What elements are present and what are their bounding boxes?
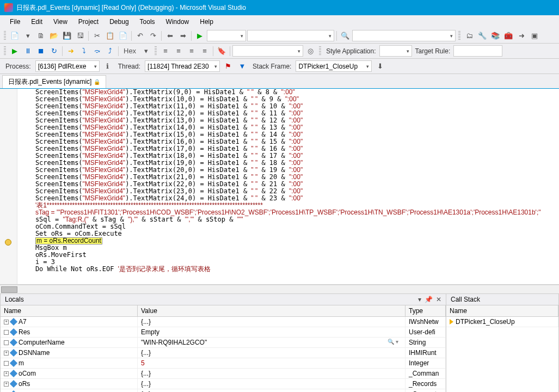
table-row[interactable]: ResEmptyUser-defi <box>1 327 446 338</box>
toolbox-button[interactable]: 🧰 <box>502 30 514 42</box>
stack-down-button[interactable]: ⬇ <box>374 60 386 72</box>
expander-icon[interactable]: + <box>4 351 9 356</box>
bookmark-button[interactable]: 🔖 <box>216 45 228 57</box>
table-row[interactable]: +A7{...}IWshNetw <box>1 317 446 327</box>
expander-icon[interactable]: + <box>4 371 9 376</box>
other-windows-button[interactable]: ▣ <box>529 30 540 42</box>
solution-explorer-button[interactable]: 🗂 <box>463 30 475 42</box>
dropdown-icon[interactable]: ▾ <box>418 296 421 303</box>
col-value[interactable]: Value <box>138 305 406 316</box>
break-all-button[interactable]: ⏸ <box>22 45 34 57</box>
table-row[interactable]: +oRs{...}_Records <box>1 379 446 389</box>
nav-back-button[interactable]: ⬅ <box>164 30 176 42</box>
cut-button[interactable]: ✂ <box>91 30 103 42</box>
find-button[interactable]: 🔍 <box>339 30 351 42</box>
expander-icon[interactable] <box>4 361 9 366</box>
show-next-stmt-button[interactable]: ➜ <box>65 45 77 57</box>
magnifier-icon[interactable]: 🔍 ▾ <box>388 339 402 346</box>
copy-button[interactable]: 📋 <box>104 30 116 42</box>
menu-edit[interactable]: Edit <box>26 16 48 28</box>
hex-button[interactable]: Hex <box>121 45 139 57</box>
doctype-combo[interactable]: ▾ <box>232 45 303 57</box>
menu-view[interactable]: View <box>48 16 73 28</box>
table-row[interactable]: ComputerName"WIN-RQ9IHAL2GCO"🔍 ▾String <box>1 338 446 348</box>
indent-button[interactable]: ≡ <box>173 45 185 57</box>
var-name: DSNName <box>19 349 50 357</box>
menu-project[interactable]: Project <box>73 16 104 28</box>
start-debug-button[interactable]: ▶ <box>194 30 206 42</box>
start-page-button[interactable]: ➜ <box>515 30 527 42</box>
stack-combo[interactable]: DTPicker1_CloseUp▾ <box>296 60 372 72</box>
open-button[interactable]: 📂 <box>48 30 60 42</box>
comment-button[interactable]: ≡ <box>186 45 198 57</box>
col-name[interactable]: Name <box>1 305 138 316</box>
table-row[interactable]: +conn{...}_Connect <box>1 389 446 392</box>
horizontal-scrollbar[interactable] <box>0 285 559 293</box>
restart-button[interactable]: ↻ <box>48 45 60 57</box>
scrollbar-thumb[interactable] <box>1 286 17 293</box>
diamond-icon <box>10 328 17 336</box>
table-row[interactable]: m5Integer <box>1 358 446 369</box>
platform-combo[interactable]: ▾ <box>247 30 334 41</box>
target-button[interactable]: ◎ <box>304 45 316 57</box>
menu-window[interactable]: Window <box>161 16 195 28</box>
expander-icon[interactable] <box>4 330 9 335</box>
add-item-button[interactable]: 🗎 <box>35 30 47 42</box>
save-button[interactable]: 💾 <box>61 30 73 42</box>
locals-panel: Locals ▾ 📌 ✕ Name Value Type +A7{...}IWs… <box>0 293 446 392</box>
stack-value: DTPicker1_CloseUp <box>298 63 358 70</box>
undo-button[interactable]: ↶ <box>134 30 146 42</box>
properties-button[interactable]: 🔧 <box>476 30 488 42</box>
continue-button[interactable]: ▶ <box>9 45 21 57</box>
close-icon[interactable]: ✕ <box>436 296 441 303</box>
col-name[interactable]: Name <box>446 305 558 316</box>
code-content[interactable]: ScreenItems("MSFlexGrid4").TextMatrix(9,… <box>17 89 559 284</box>
thread-flag-button[interactable]: ⚑ <box>222 60 234 72</box>
config-combo[interactable]: ▾ <box>207 30 246 41</box>
expander-icon[interactable]: + <box>4 320 9 324</box>
col-type[interactable]: Type <box>406 305 446 316</box>
process-info-button[interactable]: ℹ <box>102 60 114 72</box>
menu-debug[interactable]: Debug <box>104 16 134 28</box>
style-app-combo[interactable]: ▾ <box>379 45 412 57</box>
expander-icon[interactable]: + <box>4 382 9 387</box>
uncomment-button[interactable]: ≡ <box>199 45 211 57</box>
step-out-button[interactable]: ⤴ <box>104 45 116 57</box>
table-row[interactable]: DTPicker1_CloseUp <box>446 317 558 327</box>
thread-combo[interactable]: [11824] Thread 2E30▾ <box>145 60 220 72</box>
paste-button[interactable]: 📄 <box>117 30 129 42</box>
stop-debug-button[interactable]: ⏹ <box>35 45 47 57</box>
outdent-button[interactable]: ≡ <box>159 45 171 57</box>
redo-button[interactable]: ↷ <box>147 30 159 42</box>
thread-filter-button[interactable]: ▼ <box>236 60 248 72</box>
title-bar: 日报表.pdl_Events [dynamic] [Read Only] (De… <box>0 0 559 15</box>
table-row[interactable]: +DSNName{...}IHMIRunt <box>1 348 446 358</box>
save-all-button[interactable]: 🖫 <box>74 30 86 42</box>
toolbar-debug: ▶ ⏸ ⏹ ↻ ➜ ⤵ ⤼ ⤴ Hex ▾ ≡ ≡ ≡ ≡ 🔖 ▾ ◎ Styl… <box>0 44 559 59</box>
find-combo[interactable]: ▾ <box>352 30 456 41</box>
separator-icon <box>191 31 192 41</box>
step-over-button[interactable]: ⤼ <box>91 45 103 57</box>
code-editor[interactable]: ScreenItems("MSFlexGrid4").TextMatrix(9,… <box>0 89 559 285</box>
locals-title: Locals <box>5 296 24 303</box>
document-tab[interactable]: 日报表.pdl_Events [dynamic] 🔒 <box>2 75 106 88</box>
menu-help[interactable]: Help <box>194 16 219 28</box>
expander-icon[interactable] <box>4 340 9 345</box>
object-browser-button[interactable]: 📚 <box>489 30 501 42</box>
document-tab-bar: 日报表.pdl_Events [dynamic] 🔒 <box>0 74 559 89</box>
table-row[interactable]: +oCom{...}_Comman <box>1 369 446 379</box>
process-combo[interactable]: [6136] PdlRt.exe▾ <box>35 60 100 72</box>
menu-tools[interactable]: Tools <box>134 16 161 28</box>
step-into-button[interactable]: ⤵ <box>78 45 90 57</box>
nav-fwd-button[interactable]: ➡ <box>177 30 189 42</box>
new-dropdown-button[interactable]: ▾ <box>22 30 34 42</box>
pin-icon[interactable]: 📌 <box>425 296 433 303</box>
breakpoint-icon[interactable] <box>5 239 11 246</box>
output-dropdown-button[interactable]: ▾ <box>140 45 152 57</box>
style-app-label: Style Application: <box>324 47 378 55</box>
var-type: _Connect <box>406 389 446 392</box>
menu-file[interactable]: File <box>4 16 26 28</box>
var-value: Empty <box>141 328 159 336</box>
target-rule-combo[interactable] <box>453 45 502 57</box>
new-file-button[interactable]: 📄 <box>9 30 21 42</box>
